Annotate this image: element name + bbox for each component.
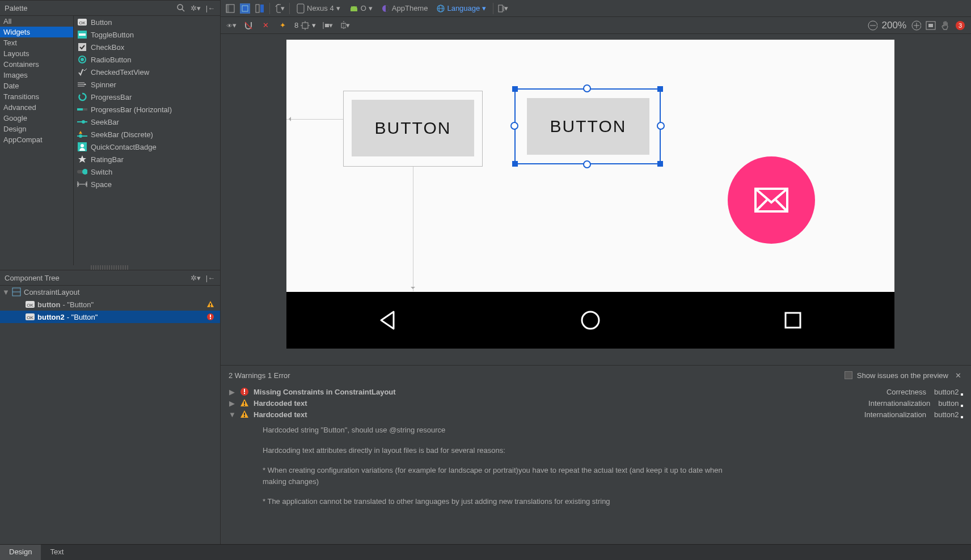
palette-widget-switch[interactable]: Switch <box>74 166 220 178</box>
palette-widget-seekbar-discrete-[interactable]: SeekBar (Discrete) <box>74 128 220 141</box>
palette-widget-space[interactable]: Space <box>74 178 220 190</box>
palette-category-layouts[interactable]: Layouts <box>0 48 73 59</box>
show-preview-checkbox[interactable] <box>845 371 852 379</box>
zoom-fit-icon[interactable] <box>926 20 936 31</box>
locale-selector[interactable]: Language▾ <box>434 3 488 14</box>
issue-row[interactable]: ▼Hardcoded textInternationalizationbutto… <box>229 409 963 420</box>
tree-root[interactable]: ▼ ConstraintLayout <box>0 286 220 298</box>
palette-category-transitions[interactable]: Transitions <box>0 91 73 102</box>
canvas-fab[interactable] <box>728 156 815 244</box>
pan-icon[interactable] <box>940 20 951 31</box>
panel-resize-grip[interactable] <box>91 265 129 270</box>
resize-handle[interactable] <box>657 86 663 92</box>
palette-widget-progressbar[interactable]: ProgressBar <box>74 91 220 103</box>
constraint-handle[interactable] <box>510 122 518 130</box>
zoom-in-icon[interactable] <box>911 20 921 31</box>
infer-constraints-icon[interactable]: ✦ <box>277 20 288 31</box>
blueprint-view-icon[interactable] <box>240 3 250 14</box>
collapse-icon[interactable]: |← <box>205 3 216 13</box>
palette-category-advanced[interactable]: Advanced <box>0 102 73 113</box>
zoom-out-icon[interactable] <box>867 20 877 31</box>
palette-header: Palette ✲▾ |← <box>0 0 220 16</box>
resize-handle[interactable] <box>657 161 663 167</box>
nav-home-icon[interactable] <box>577 307 604 334</box>
issue-row[interactable]: ▶Hardcoded textInternationalizationbutto… <box>229 397 963 409</box>
canvas-button1[interactable]: BUTTON <box>352 100 474 156</box>
search-icon[interactable] <box>176 3 186 13</box>
palette-category-appcompat[interactable]: AppCompat <box>0 134 73 145</box>
clear-constraints-icon[interactable]: ✕ <box>260 20 271 31</box>
issue-detail: Hardcoded string "Button", should use @s… <box>229 425 739 507</box>
palette-category-containers[interactable]: Containers <box>0 59 73 70</box>
svg-rect-29 <box>210 303 211 306</box>
palette-widget-checkedtextview[interactable]: CheckedTextView <box>74 66 220 78</box>
palette-category-images[interactable]: Images <box>0 70 73 80</box>
pack-icon[interactable]: ▾ <box>323 20 333 31</box>
device-screen[interactable]: BUTTON BUTTON <box>286 40 894 292</box>
tree-item-button[interactable]: OKbutton - "Button" <box>0 298 220 311</box>
palette-widget-togglebutton[interactable]: ToggleButton <box>74 28 220 41</box>
palette-widget-quickcontactbadge[interactable]: QuickContactBadge <box>74 141 220 153</box>
palette-category-design[interactable]: Design <box>0 124 73 134</box>
palette-widget-checkbox[interactable]: CheckBox <box>74 41 220 53</box>
device-selector[interactable]: Nexus 4▾ <box>294 2 343 15</box>
disclosure-icon[interactable]: ▶ <box>229 388 235 396</box>
palette-widget-button[interactable]: OKButton <box>74 16 220 28</box>
palette-category-widgets[interactable]: Widgets <box>0 27 73 37</box>
disclosure-icon[interactable]: ▼ <box>2 288 9 296</box>
palette-widget-ratingbar[interactable]: RatingBar <box>74 153 220 166</box>
palette-widget-seekbar[interactable]: SeekBar <box>74 116 220 128</box>
theme-selector[interactable]: AppTheme <box>379 3 430 14</box>
issue-row[interactable]: ▶Missing Constraints in ConstraintLayout… <box>229 386 963 397</box>
tab-design[interactable]: Design <box>0 545 41 560</box>
zoom-value: 200% <box>882 20 906 31</box>
canvas-button2[interactable]: BUTTON <box>527 98 649 155</box>
resize-handle[interactable] <box>512 161 518 167</box>
bottom-tabs: Design Text <box>0 544 971 560</box>
close-icon[interactable]: ✕ <box>953 370 963 380</box>
svg-rect-51 <box>504 6 504 11</box>
nav-back-icon[interactable] <box>374 307 402 334</box>
error-count-badge[interactable]: 3 <box>955 20 965 31</box>
widget-icon <box>77 42 87 52</box>
gear-icon[interactable]: ✲▾ <box>191 273 201 283</box>
variants-icon[interactable]: ▾ <box>498 3 508 14</box>
nav-recent-icon[interactable] <box>779 307 807 334</box>
palette-category-text[interactable]: Text <box>0 37 73 48</box>
design-view-icon[interactable] <box>225 3 235 14</box>
widget-icon <box>77 92 87 102</box>
collapse-icon[interactable]: |← <box>205 273 216 283</box>
disclosure-icon[interactable]: ▶ <box>229 399 235 408</box>
svg-text:OK: OK <box>79 20 86 26</box>
svg-point-0 <box>178 5 183 10</box>
default-margin[interactable]: 8 ▾ <box>294 21 316 30</box>
palette-category-all[interactable]: All <box>0 16 73 27</box>
svg-point-52 <box>229 24 230 26</box>
palette-category-google[interactable]: Google <box>0 113 73 124</box>
constraint-handle[interactable] <box>657 122 665 130</box>
tree-item-button2[interactable]: OKbutton2 - "Button" <box>0 311 220 323</box>
svg-rect-13 <box>77 108 83 111</box>
left-panel: Palette ✲▾ |← AllWidgetsTextLayoutsConta… <box>0 0 221 544</box>
tab-text[interactable]: Text <box>41 545 73 560</box>
disclosure-icon[interactable]: ▼ <box>229 410 235 419</box>
palette-widget-progressbar-horizontal-[interactable]: ProgressBar (Horizontal) <box>74 103 220 116</box>
palette-category-date[interactable]: Date <box>0 80 73 91</box>
constraint-handle[interactable] <box>583 160 591 168</box>
orientation-icon[interactable]: ▾ <box>275 3 285 14</box>
error-icon <box>240 387 249 396</box>
design-canvas[interactable]: BUTTON BUTTON <box>221 34 971 365</box>
api-selector[interactable]: O▾ <box>347 3 375 14</box>
magnet-icon[interactable] <box>243 20 254 31</box>
align-icon[interactable]: ▾ <box>340 20 350 31</box>
top-toolbar: ▾ Nexus 4▾ O▾ AppTheme Language▾ ▾ <box>221 0 971 17</box>
svg-text:3: 3 <box>959 22 962 29</box>
palette-widget-spinner[interactable]: Spinner <box>74 78 220 91</box>
palette-widget-radiobutton[interactable]: RadioButton <box>74 53 220 66</box>
eye-icon[interactable]: ▾ <box>226 20 237 31</box>
both-view-icon[interactable] <box>255 3 265 14</box>
resize-handle[interactable] <box>512 86 518 92</box>
gear-icon[interactable]: ✲▾ <box>191 3 201 13</box>
constraint-handle[interactable] <box>583 84 591 92</box>
selection-box[interactable]: BUTTON <box>514 88 661 164</box>
